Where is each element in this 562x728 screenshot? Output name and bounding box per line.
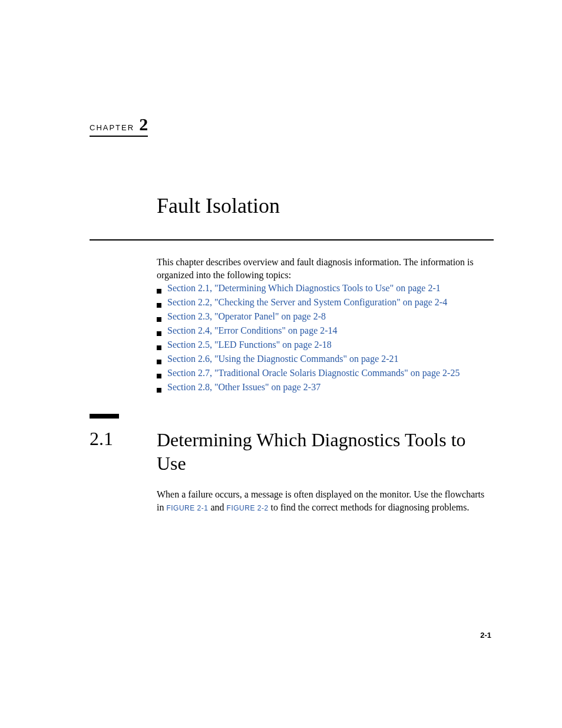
toc-link-2-1[interactable]: Section 2.1, "Determining Which Diagnost… [167,283,441,294]
bullet-icon [157,374,161,378]
section-body-mid: and [210,502,226,512]
toc-item: Section 2.2, "Checking the Server and Sy… [157,297,494,308]
toc-item: Section 2.7, "Traditional Oracle Solaris… [157,368,494,378]
toc-list: Section 2.1, "Determining Which Diagnost… [157,283,494,396]
bullet-icon [157,303,161,308]
section-number: 2.1 [90,428,113,450]
chapter-title: Fault Isolation [157,193,280,218]
section-body-post: to find the correct methods for diagnosi… [271,502,470,512]
toc-link-2-6[interactable]: Section 2.6, "Using the Diagnostic Comma… [167,354,399,364]
toc-item: Section 2.5, "LED Functions" on page 2-1… [157,340,494,350]
section-rule [90,414,119,419]
page: CHAPTER 2 Fault Isolation This chapter d… [0,0,562,728]
bullet-icon [157,331,161,336]
toc-item: Section 2.4, "Error Conditions" on page … [157,325,494,336]
bullet-icon [157,388,161,393]
chapter-number: 2 [139,116,148,133]
intro-paragraph: This chapter describes overview and faul… [157,256,494,282]
bullet-icon [157,360,161,364]
toc-link-2-2[interactable]: Section 2.2, "Checking the Server and Sy… [167,297,447,308]
toc-item: Section 2.8, "Other Issues" on page 2-37 [157,382,494,393]
figure-link-2-2[interactable]: FIGURE 2-2 [227,504,269,512]
toc-link-2-4[interactable]: Section 2.4, "Error Conditions" on page … [167,325,338,336]
title-rule [90,239,494,241]
bullet-icon [157,317,161,322]
toc-link-2-7[interactable]: Section 2.7, "Traditional Oracle Solaris… [167,368,459,378]
toc-item: Section 2.3, "Operator Panel" on page 2-… [157,311,494,322]
toc-item: Section 2.6, "Using the Diagnostic Comma… [157,354,494,364]
toc-link-2-8[interactable]: Section 2.8, "Other Issues" on page 2-37 [167,382,320,393]
section-title: Determining Which Diagnostics Tools to U… [157,428,494,475]
toc-link-2-3[interactable]: Section 2.3, "Operator Panel" on page 2-… [167,311,326,322]
chapter-label: CHAPTER [90,123,134,132]
section-body: When a failure occurs, a message is ofte… [157,488,494,515]
page-number: 2-1 [480,631,491,640]
figure-link-2-1[interactable]: FIGURE 2-1 [166,504,208,512]
bullet-icon [157,289,161,294]
bullet-icon [157,345,161,350]
toc-item: Section 2.1, "Determining Which Diagnost… [157,283,494,294]
chapter-header: CHAPTER 2 [90,116,148,137]
toc-link-2-5[interactable]: Section 2.5, "LED Functions" on page 2-1… [167,340,332,350]
